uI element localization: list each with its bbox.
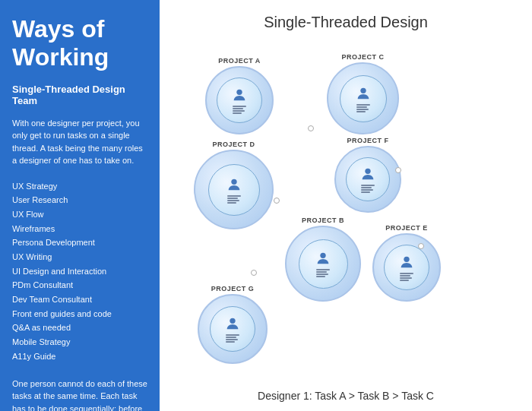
task-list-item: Dev Team Consultant <box>12 292 147 307</box>
task-list-item: Front end guides and code <box>12 307 147 321</box>
connector-dot-1 <box>395 167 401 173</box>
svg-point-2 <box>231 179 236 184</box>
project-label-d: PROJECT D <box>212 141 255 148</box>
subtitle: Single-Threaded Design Team <box>12 84 147 106</box>
project-label-e: PROJECT E <box>385 224 428 232</box>
project-bubble-b: PROJECT B <box>285 217 361 302</box>
svg-point-6 <box>230 318 235 324</box>
right-panel: Single-Threaded Design PROJECT APROJECT … <box>160 0 532 411</box>
footer-text: One person cannot do each of these tasks… <box>12 378 147 411</box>
project-label-a: PROJECT A <box>218 57 261 65</box>
task-list-item: UX Flow <box>12 207 147 222</box>
project-label-g: PROJECT G <box>211 285 255 292</box>
connector-dot-3 <box>418 243 424 249</box>
task-list-item: Q&A as needed <box>12 321 147 335</box>
bottom-label: Designer 1: Task A > Task B > Task C <box>258 390 434 411</box>
task-list-item: Mobile Strategy <box>12 335 147 349</box>
description: With one designer per project, you only … <box>12 117 147 167</box>
project-bubble-g: PROJECT G <box>198 285 268 364</box>
svg-point-0 <box>236 90 242 95</box>
connector-dot-4 <box>251 270 257 276</box>
task-list-item: UX Writing <box>12 250 147 264</box>
connector-dot-0 <box>308 125 314 131</box>
project-label-b: PROJECT B <box>302 217 344 224</box>
task-list-item: UI Design and Interaction <box>12 264 147 279</box>
svg-point-1 <box>360 87 366 93</box>
task-list-item: PDm Consultant <box>12 278 147 292</box>
svg-point-3 <box>365 169 370 174</box>
project-bubble-f: PROJECT F <box>334 137 401 213</box>
diagram-area: PROJECT APROJECT CPROJECT DPROJECT FPROJ… <box>160 34 532 390</box>
project-label-c: PROJECT C <box>341 53 384 61</box>
project-bubble-e: PROJECT E <box>372 224 441 302</box>
main-title: Ways of Working <box>12 15 147 71</box>
task-list-item: A11y Guide <box>12 349 147 364</box>
left-panel: Ways of Working Single-Threaded Design T… <box>0 0 160 411</box>
svg-point-5 <box>404 257 409 262</box>
project-label-f: PROJECT F <box>347 137 388 144</box>
task-list-item: Persona Development <box>12 236 147 250</box>
task-list-item: User Research <box>12 193 147 207</box>
project-bubble-a: PROJECT A <box>205 57 274 134</box>
project-bubble-c: PROJECT C <box>327 53 399 134</box>
task-list-item: UX Strategy <box>12 179 147 194</box>
task-list: UX StrategyUser ResearchUX FlowWireframe… <box>12 179 147 364</box>
diagram-title: Single-Threaded Design <box>264 14 428 31</box>
project-bubble-d: PROJECT D <box>194 141 274 229</box>
connector-dot-2 <box>274 198 280 204</box>
task-list-item: Wireframes <box>12 222 147 236</box>
svg-point-4 <box>320 253 325 258</box>
